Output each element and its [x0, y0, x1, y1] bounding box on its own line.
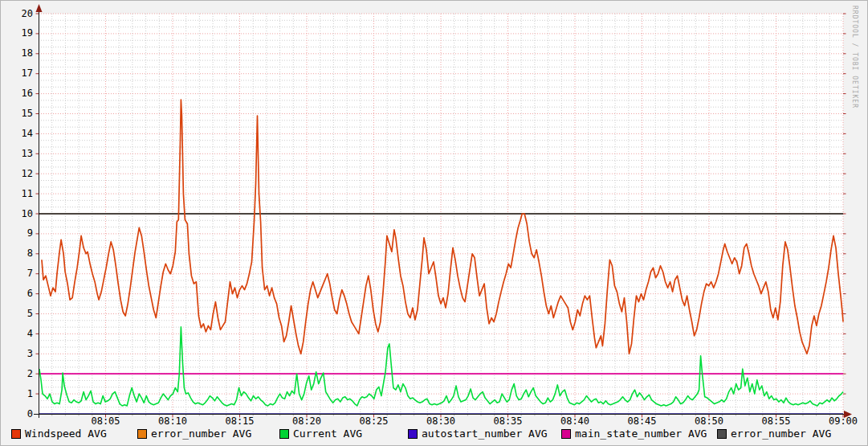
legend-label: error_number AVG: [731, 428, 831, 440]
legend-label: Current AVG: [293, 428, 362, 440]
legend-label: error_number AVG: [151, 428, 251, 440]
legend-swatch-autostart-number: [408, 429, 418, 439]
rrdtool-graph: 0123456789101112131415161718192008:0508:…: [0, 0, 868, 446]
legend: Windspeed AVG error_number AVG Current A…: [1, 1, 867, 445]
legend-swatch-error-number-dark: [717, 429, 727, 439]
legend-swatch-main-state-number: [561, 429, 571, 439]
legend-swatch-windspeed: [11, 429, 21, 439]
legend-label: Windspeed AVG: [25, 428, 107, 440]
legend-swatch-error-number-orange: [137, 429, 147, 439]
legend-swatch-current: [279, 429, 289, 439]
legend-label: autostart_number AVG: [422, 428, 548, 440]
legend-label: main_state_number AVG: [575, 428, 707, 440]
